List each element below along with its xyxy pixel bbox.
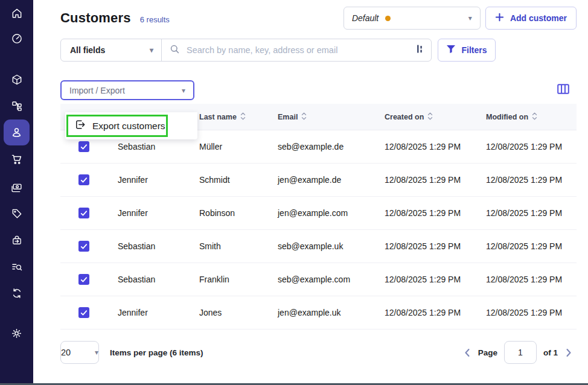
view-selector-value: Default	[352, 13, 379, 23]
cell-email: jen@example.de	[269, 175, 375, 185]
column-manager-button[interactable]	[557, 84, 569, 97]
sidebar-item-payments[interactable]	[4, 175, 30, 201]
table-row[interactable]: Sebastian Smith seb@example.uk 12/08/202…	[60, 230, 577, 263]
export-icon	[74, 119, 86, 133]
sidebar-item-audit-log[interactable]	[4, 253, 30, 279]
header-created-on[interactable]: Created on	[375, 112, 477, 122]
row-checkbox[interactable]	[78, 241, 89, 252]
filters-button[interactable]: Filters	[438, 39, 496, 62]
table-footer: 20 ▾ Items per page (6 items) Page of 1	[60, 340, 577, 364]
cell-last-name: Robinson	[190, 208, 269, 218]
main-area: Customers 6 results Default ▾ Add custom…	[33, 0, 588, 385]
export-customers-menu-item[interactable]: Export customers	[92, 121, 165, 132]
cell-first-name: Jennifer	[109, 175, 190, 185]
search-list-icon	[11, 261, 23, 273]
header-last-name[interactable]: Last name	[190, 112, 269, 122]
search-row: All fields ▾ Filters	[60, 39, 577, 62]
sidebar-item-dashboard[interactable]	[4, 25, 30, 51]
row-checkbox[interactable]	[78, 174, 89, 185]
cell-last-name: Müller	[190, 142, 269, 151]
chevron-down-icon: ▾	[95, 349, 98, 356]
row-checkbox-cell	[60, 307, 109, 318]
table-row[interactable]: Sebastian Franklin seb@example.com 12/08…	[60, 263, 577, 296]
page-size-value: 20	[61, 348, 71, 357]
dashboard-icon	[11, 33, 23, 45]
row-checkbox-cell	[60, 141, 109, 152]
cube-icon	[11, 74, 23, 86]
cell-first-name: Jennifer	[109, 208, 190, 218]
chevron-down-icon: ▾	[468, 14, 472, 22]
cell-modified-on: 12/08/2025 1:29 PM	[477, 175, 577, 185]
table-row[interactable]: Jennifer Jones jen@example.uk 12/08/2025…	[60, 296, 577, 329]
of-pages-label: of 1	[543, 348, 558, 357]
cell-created-on: 12/08/2025 1:29 PM	[375, 275, 477, 284]
header-modified-on[interactable]: Modified on	[477, 112, 577, 122]
sidebar-item-customers[interactable]	[4, 119, 30, 145]
row-checkbox-cell	[60, 274, 109, 285]
import-export-label: Import / Export	[69, 86, 125, 95]
items-per-page-label: Items per page (6 items)	[110, 348, 203, 357]
sidebar-item-checkout[interactable]	[4, 227, 30, 253]
view-selector[interactable]: Default ▾	[344, 7, 481, 30]
row-checkbox[interactable]	[78, 307, 89, 318]
cart-icon	[10, 153, 23, 165]
page-title: Customers	[60, 10, 131, 26]
header-email[interactable]: Email	[269, 112, 375, 122]
sidebar-item-products[interactable]	[4, 66, 30, 92]
sidebar-item-settings[interactable]	[4, 320, 30, 346]
search-icon	[170, 44, 180, 57]
bag-arrow-icon	[11, 234, 23, 246]
search-box	[162, 39, 431, 61]
sort-icon	[427, 112, 433, 122]
cell-email: seb@example.uk	[269, 241, 375, 251]
cell-modified-on: 12/08/2025 1:29 PM	[477, 142, 577, 151]
cell-modified-on: 12/08/2025 1:29 PM	[477, 308, 577, 317]
cell-email: seb@example.de	[269, 142, 375, 151]
sidebar-item-operations[interactable]	[4, 280, 30, 306]
cell-first-name: Jennifer	[109, 308, 190, 317]
add-customer-button[interactable]: Add customer	[485, 7, 577, 30]
chevron-down-icon: ▾	[150, 46, 153, 54]
cell-email: jen@example.uk	[269, 308, 375, 317]
row-checkbox-cell	[60, 174, 109, 185]
page-number-input[interactable]	[504, 341, 537, 364]
page-header: Customers 6 results Default ▾ Add custom…	[60, 0, 577, 28]
funnel-icon	[446, 45, 456, 56]
cell-first-name: Sebastian	[109, 275, 190, 284]
row-checkbox-cell	[60, 208, 109, 218]
cell-last-name: Smith	[190, 241, 269, 251]
import-export-dropdown[interactable]: Import / Export ▾	[60, 80, 194, 100]
toolbar-row: Import / Export ▾	[60, 80, 577, 100]
sidebar-item-orders[interactable]	[4, 146, 30, 172]
row-checkbox-cell	[60, 241, 109, 252]
table-row[interactable]: Jennifer Robinson jen@example.com 12/08/…	[60, 197, 577, 230]
sidebar-item-discounts[interactable]	[4, 200, 30, 226]
cell-created-on: 12/08/2025 1:29 PM	[375, 142, 477, 151]
next-page-button[interactable]	[564, 348, 573, 358]
sidebar-item-categories[interactable]	[4, 93, 30, 119]
page-size-selector[interactable]: 20 ▾	[60, 341, 99, 364]
search-input[interactable]	[185, 45, 411, 56]
table-body: Sebastian Müller seb@example.de 12/08/20…	[60, 130, 577, 329]
search-field-selector[interactable]: All fields ▾	[61, 39, 162, 61]
pagination: Page of 1	[463, 341, 573, 364]
cell-modified-on: 12/08/2025 1:29 PM	[477, 241, 577, 251]
gear-icon	[10, 327, 23, 340]
advanced-search-icon[interactable]	[417, 44, 423, 56]
sidebar-item-home[interactable]	[4, 0, 30, 26]
home-icon	[11, 7, 23, 19]
search-compound: All fields ▾	[60, 39, 432, 62]
row-checkbox[interactable]	[78, 274, 89, 285]
cell-last-name: Jones	[190, 308, 269, 317]
tag-icon	[11, 208, 23, 220]
row-checkbox[interactable]	[78, 141, 89, 152]
previous-page-button[interactable]	[463, 348, 471, 358]
cash-icon	[10, 182, 23, 194]
cell-last-name: Schmidt	[190, 175, 269, 185]
table-row[interactable]: Jennifer Schmidt jen@example.de 12/08/20…	[60, 164, 577, 197]
row-checkbox[interactable]	[78, 208, 89, 218]
import-export-menu: Export customers	[65, 112, 197, 139]
sync-icon	[11, 287, 23, 299]
sort-icon	[240, 112, 246, 122]
add-customer-label: Add customer	[510, 13, 567, 23]
